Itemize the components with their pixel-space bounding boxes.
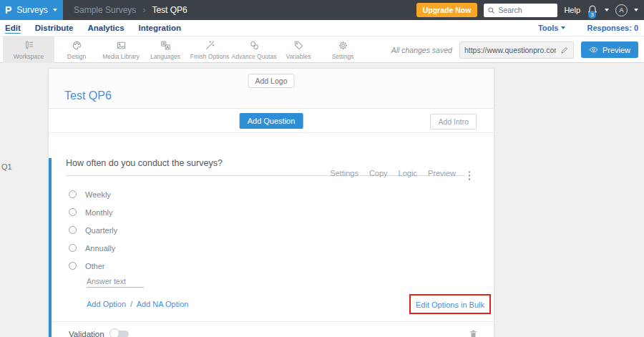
questionpro-logo-icon: P bbox=[5, 5, 11, 15]
tab-analytics[interactable]: Analytics bbox=[87, 24, 124, 32]
radio-icon[interactable] bbox=[69, 244, 77, 252]
tab-media-library[interactable]: Media Library bbox=[99, 36, 143, 63]
chevron-down-icon bbox=[561, 26, 565, 29]
option-row-other: Other bbox=[69, 257, 494, 275]
question-settings-link[interactable]: Settings bbox=[330, 169, 358, 177]
option-label[interactable]: Other bbox=[85, 262, 105, 270]
validation-toggle[interactable] bbox=[112, 331, 129, 337]
search-icon bbox=[487, 6, 495, 14]
add-question-button[interactable]: Add Question bbox=[240, 113, 303, 129]
preview-label: Preview bbox=[602, 46, 630, 54]
translate-icon bbox=[160, 40, 171, 51]
tab-advance-quotas[interactable]: Advance Quotas bbox=[232, 36, 276, 63]
toolbar-right-group: All changes saved https://www.questionpr… bbox=[391, 36, 638, 63]
radio-icon[interactable] bbox=[69, 226, 77, 234]
avatar-initial: A bbox=[619, 6, 623, 14]
workspace-toolbar: Workspace Design Media Library bbox=[0, 36, 644, 63]
add-option-link[interactable]: Add Option bbox=[87, 300, 126, 308]
option-label[interactable]: Weekly bbox=[85, 190, 111, 199]
link-separator: / bbox=[130, 300, 132, 308]
question-menu: Settings Copy Logic Preview bbox=[330, 169, 456, 177]
option-row-quarterly: Quarterly bbox=[69, 221, 494, 239]
survey-url-field[interactable]: https://www.questionpro.com/t/APNrFZ bbox=[459, 41, 574, 59]
option-label[interactable]: Monthly bbox=[85, 208, 113, 217]
quota-links-icon bbox=[249, 40, 260, 51]
tab-edit[interactable]: Edit bbox=[5, 24, 21, 32]
tab-languages[interactable]: Languages bbox=[143, 36, 187, 63]
option-label[interactable]: Annually bbox=[85, 244, 115, 253]
survey-title[interactable]: Test QP6 bbox=[64, 89, 112, 102]
tab-settings[interactable]: Settings bbox=[321, 36, 365, 63]
preview-button[interactable]: Preview bbox=[581, 41, 638, 58]
breadcrumb-separator-icon: › bbox=[142, 5, 145, 15]
add-na-option-link[interactable]: Add NA Option bbox=[137, 300, 189, 308]
chevron-down-icon bbox=[53, 9, 57, 11]
chevron-down-icon[interactable] bbox=[605, 9, 609, 11]
option-row-annually: Annually bbox=[69, 239, 494, 257]
add-intro-button[interactable]: Add Intro bbox=[430, 114, 477, 130]
tab-variables[interactable]: Variables bbox=[276, 36, 321, 63]
question-logic-link[interactable]: Logic bbox=[399, 169, 417, 177]
edit-options-in-bulk-link[interactable]: Edit Options in Bulk bbox=[416, 301, 484, 309]
option-label[interactable]: Quarterly bbox=[85, 226, 117, 235]
toolbar-tabs: Workspace Design Media Library bbox=[3, 36, 365, 63]
notification-count-badge: 3 bbox=[588, 11, 596, 19]
notifications-button[interactable]: 3 bbox=[587, 4, 598, 16]
radio-icon[interactable] bbox=[69, 208, 77, 216]
tab-integration[interactable]: Integration bbox=[139, 24, 181, 32]
option-links: Add Option / Add NA Option bbox=[87, 300, 188, 308]
radio-icon[interactable] bbox=[69, 262, 77, 270]
option-row-monthly: Monthly bbox=[69, 203, 494, 221]
tools-label: Tools bbox=[538, 24, 559, 32]
main-nav: Edit Distribute Analytics Integration To… bbox=[0, 20, 644, 36]
option-row-weekly: Weekly bbox=[69, 185, 494, 203]
workspace-icon bbox=[24, 40, 34, 51]
search-input[interactable] bbox=[498, 6, 554, 14]
validation-row: Validation bbox=[52, 322, 494, 337]
nav-right-group: Tools Responses: 0 bbox=[538, 24, 638, 32]
help-link[interactable]: Help bbox=[564, 6, 580, 14]
add-logo-button[interactable]: Add Logo bbox=[248, 74, 295, 88]
gear-icon bbox=[338, 40, 348, 51]
editor-canvas: Q1 Add Logo Test QP6 Add Question Add In… bbox=[0, 63, 644, 337]
delete-question-trash-icon[interactable] bbox=[468, 328, 479, 337]
surveys-product-menu[interactable]: P Surveys bbox=[0, 0, 63, 20]
other-answer-input[interactable] bbox=[87, 275, 144, 288]
tab-design[interactable]: Design bbox=[54, 36, 99, 63]
question-preview-link[interactable]: Preview bbox=[428, 169, 456, 177]
upgrade-now-button[interactable]: Upgrade Now bbox=[416, 3, 478, 17]
radio-icon[interactable] bbox=[69, 190, 77, 198]
bulk-edit-highlight-box: Edit Options in Bulk bbox=[409, 294, 491, 314]
top-bar: P Surveys Sample Surveys › Test QP6 Upgr… bbox=[0, 0, 644, 20]
tools-menu[interactable]: Tools bbox=[538, 24, 566, 32]
save-status-text: All changes saved bbox=[391, 46, 452, 54]
survey-url-value[interactable]: https://www.questionpro.com/t/APNrFZ bbox=[464, 46, 556, 54]
validation-label: Validation bbox=[69, 330, 104, 337]
palette-icon bbox=[72, 40, 82, 51]
more-options-icon[interactable] bbox=[467, 170, 472, 182]
question-block-q1: Settings Copy Logic Preview How often do… bbox=[49, 158, 494, 337]
search-box[interactable] bbox=[484, 4, 557, 17]
responses-count[interactable]: Responses: 0 bbox=[587, 24, 638, 32]
answer-options-list: Weekly Monthly Quarterly Annually bbox=[52, 185, 494, 275]
product-label: Surveys bbox=[16, 5, 47, 15]
magic-wand-icon bbox=[205, 40, 215, 51]
survey-actions-row: Add Question Add Intro bbox=[49, 109, 494, 133]
questionpro-survey-editor: P Surveys Sample Surveys › Test QP6 Upgr… bbox=[0, 0, 644, 337]
tab-distribute[interactable]: Distribute bbox=[35, 24, 74, 32]
breadcrumb: Sample Surveys › Test QP6 bbox=[74, 5, 187, 15]
breadcrumb-parent[interactable]: Sample Surveys bbox=[74, 5, 136, 15]
tab-finish-options[interactable]: Finish Options bbox=[187, 36, 232, 63]
survey-card: Add Logo Test QP6 Add Question Add Intro… bbox=[49, 69, 494, 337]
tag-icon bbox=[293, 40, 304, 51]
chevron-down-icon[interactable] bbox=[634, 9, 638, 11]
avatar[interactable]: A bbox=[615, 4, 628, 16]
tab-workspace[interactable]: Workspace bbox=[3, 36, 54, 63]
breadcrumb-current: Test QP6 bbox=[152, 5, 187, 15]
survey-header: Add Logo Test QP6 bbox=[49, 69, 494, 109]
edit-pencil-icon[interactable] bbox=[560, 46, 569, 54]
question-number-label: Q1 bbox=[1, 162, 12, 171]
option-links-row: Add Option / Add NA Option Edit Options … bbox=[87, 294, 491, 314]
question-copy-link[interactable]: Copy bbox=[369, 169, 388, 177]
eye-icon bbox=[589, 45, 598, 54]
